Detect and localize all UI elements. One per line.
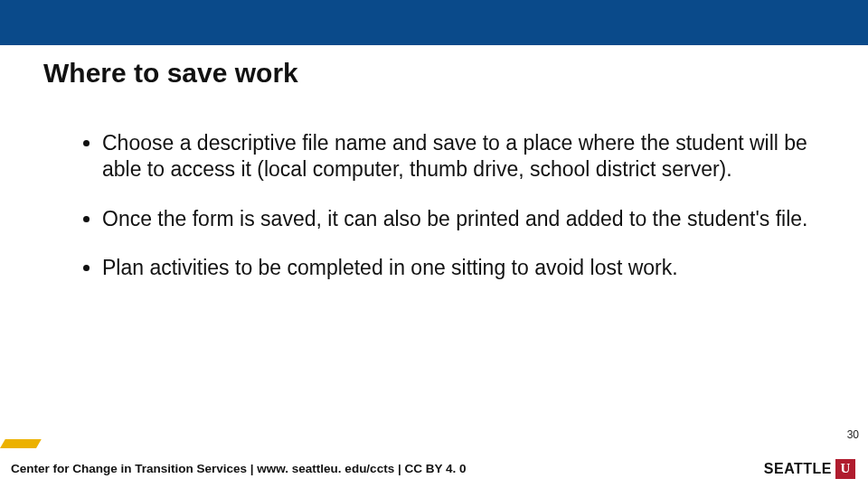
slide: Where to save work Choose a descriptive …: [0, 0, 868, 488]
accent-triangle: [0, 439, 42, 448]
logo-u-icon: [835, 459, 855, 479]
bullet-item: Plan activities to be completed in one s…: [102, 255, 827, 281]
bullet-item: Once the form is saved, it can also be p…: [102, 206, 827, 232]
bullet-item: Choose a descriptive file name and save …: [102, 130, 827, 183]
slide-title: Where to save work: [43, 58, 298, 89]
footer: Center for Change in Transition Services…: [0, 448, 868, 488]
page-number: 30: [847, 428, 859, 441]
footer-text: Center for Change in Transition Services…: [11, 462, 466, 475]
bullet-list: Choose a descriptive file name and save …: [77, 130, 827, 305]
top-bar: [0, 0, 868, 45]
logo-text: SEATTLE: [764, 461, 832, 477]
seattleu-logo: SEATTLE: [764, 459, 855, 479]
